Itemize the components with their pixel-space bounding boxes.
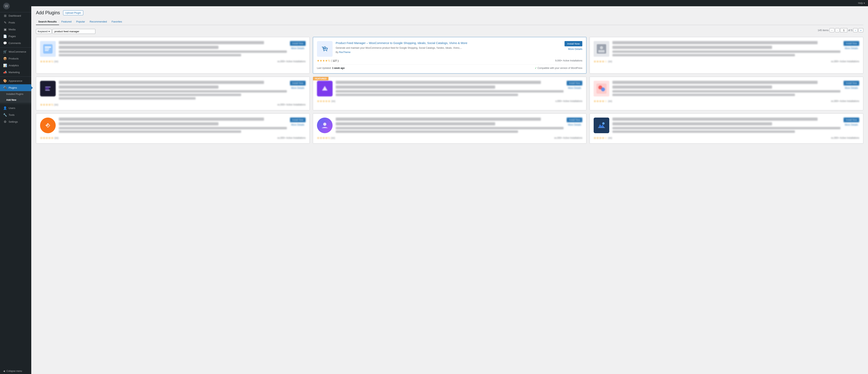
tab-search-results[interactable]: Search Results bbox=[36, 19, 59, 25]
star-icons: ★★★★½ bbox=[317, 136, 331, 140]
svg-point-9 bbox=[600, 46, 603, 49]
marketing-icon: 📣 bbox=[3, 70, 7, 74]
sidebar-item-add-new[interactable]: Add New bbox=[0, 97, 31, 103]
posts-icon: ✎ bbox=[3, 21, 7, 25]
search-input[interactable] bbox=[52, 29, 95, 34]
svg-point-5 bbox=[323, 51, 324, 51]
install-area: Install Now More Details bbox=[844, 41, 859, 50]
sidebar-item-media[interactable]: ▣ Media bbox=[0, 26, 31, 33]
plugin-ratings-row: ★★★★★ (xx) xx,000+ Active Installations bbox=[40, 136, 306, 140]
search-area: Keyword ▾ bbox=[36, 29, 95, 34]
upload-plugin-button[interactable]: Upload Plugin bbox=[63, 10, 83, 15]
star-icons: ★★★★☆ bbox=[594, 136, 607, 140]
star-icons: ★★★★★ bbox=[40, 136, 54, 140]
sidebar-item-label: Installed Plugins bbox=[6, 93, 28, 95]
page-title: Add Plugins bbox=[36, 10, 60, 16]
install-area: Install Now More Details bbox=[844, 81, 859, 89]
plugin-stars: ★★★★☆ (xx) bbox=[594, 99, 612, 103]
star-count-close: ) bbox=[338, 59, 338, 62]
pagination-total-pages: 5 bbox=[851, 29, 852, 32]
svg-rect-2 bbox=[45, 49, 50, 49]
sidebar-item-marketing[interactable]: 📣 Marketing bbox=[0, 69, 31, 76]
woocommerce-icon: 🛒 bbox=[3, 50, 7, 54]
tab-popular[interactable]: Popular bbox=[74, 19, 87, 25]
pagination-total: 145 items bbox=[817, 29, 829, 32]
install-area: Install Now More Details bbox=[290, 118, 306, 126]
collapse-menu[interactable]: ◀ Collapse menu bbox=[0, 368, 31, 374]
appearance-icon: 🎨 bbox=[3, 79, 7, 83]
sidebar-item-label: Pages bbox=[9, 35, 28, 38]
install-now-button[interactable]: Install Now bbox=[564, 41, 583, 46]
plugin-info bbox=[59, 41, 287, 58]
svg-point-22 bbox=[323, 123, 326, 126]
tab-favorites[interactable]: Favorites bbox=[109, 19, 124, 25]
plugin-icon bbox=[594, 118, 609, 133]
pagination-prev[interactable]: ‹ bbox=[835, 28, 839, 32]
sidebar-item-settings[interactable]: ⚙ Settings bbox=[0, 118, 31, 125]
plugin-name-blurred bbox=[59, 41, 264, 44]
pagination-next[interactable]: › bbox=[853, 28, 858, 32]
main-content: Help ▾ Add Plugins Upload Plugin Search … bbox=[31, 0, 868, 374]
dark-blue-icon bbox=[594, 118, 609, 133]
sidebar-item-tools[interactable]: 🔧 Tools bbox=[0, 112, 31, 118]
sidebar-item-woocommerce[interactable]: 🛒 WooCommerce bbox=[0, 48, 31, 55]
plugin-name-blurred bbox=[59, 118, 264, 121]
collapse-icon: ◀ bbox=[3, 370, 5, 372]
plugin-name[interactable]: Product Feed Manager – WooCommerce to Go… bbox=[336, 41, 560, 45]
sidebar-item-posts[interactable]: ✎ Posts bbox=[0, 19, 31, 26]
sidebar-item-label: Analytics bbox=[9, 64, 28, 67]
last-updated: Last Updated: 1 week ago bbox=[317, 67, 345, 69]
sidebar-item-plugins[interactable]: 🔌 Plugins bbox=[0, 84, 31, 91]
sidebar-divider-1 bbox=[0, 47, 31, 48]
plugin-author: By RexTheme bbox=[336, 51, 560, 54]
sidebar-item-products[interactable]: 📦 Products bbox=[0, 55, 31, 62]
sidebar-item-label: Products bbox=[9, 57, 28, 60]
plugin-card: FEATURED Install Now bbox=[313, 77, 587, 110]
plugin-description: Generate and maintain your WooCommerce p… bbox=[336, 46, 560, 50]
media-icon: ▣ bbox=[3, 28, 7, 31]
pagination-current-page[interactable] bbox=[840, 28, 847, 32]
keyword-select[interactable]: Keyword ▾ bbox=[36, 29, 52, 34]
pagination-first[interactable]: « bbox=[830, 28, 834, 32]
plugin-name-blurred bbox=[59, 85, 218, 89]
tab-featured[interactable]: Featured bbox=[59, 19, 74, 25]
plugin-card: Install Now More Details ★★★★½ (xx) xx,0… bbox=[36, 77, 310, 110]
plugin-cart-icon bbox=[317, 41, 333, 57]
star-count: (xx) bbox=[608, 100, 612, 103]
plugin-installs: 9,000+ Active Installations bbox=[555, 59, 582, 62]
star-count: (xx) bbox=[608, 60, 612, 63]
sidebar-item-label: WooCommerce bbox=[9, 50, 28, 53]
plugin-name-blurred bbox=[612, 118, 817, 121]
plugin-icon bbox=[317, 118, 333, 133]
plugin-stars: ★★★★½ (xx) bbox=[40, 103, 58, 106]
sidebar-item-label: Marketing bbox=[9, 71, 28, 74]
collapse-label: Collapse menu bbox=[6, 370, 22, 372]
pagination-last[interactable]: » bbox=[859, 28, 863, 32]
plugin-ratings-row: ★★★★½ (xx) xx,000+ Active Installations bbox=[317, 136, 583, 140]
blurred-desc bbox=[612, 90, 840, 92]
sidebar: W ⊞ Dashboard ✎ Posts ▣ Media 📄 Pages 💬 … bbox=[0, 0, 31, 374]
sidebar-item-comments[interactable]: 💬 Comments bbox=[0, 40, 31, 47]
tab-recommended[interactable]: Recommended bbox=[87, 19, 109, 25]
blurred-desc bbox=[59, 51, 287, 53]
compatible-label: Compatible bbox=[537, 67, 549, 69]
plugin-card: Install Now More Details ★★★★☆ (xx) xx,0… bbox=[590, 37, 863, 74]
more-details-link[interactable]: More Details bbox=[568, 48, 582, 51]
pagination-row: 145 items « ‹ of 5 › » bbox=[817, 28, 863, 32]
sidebar-item-appearance[interactable]: 🎨 Appearance bbox=[0, 78, 31, 84]
plugin-card-header: Install Now More Details bbox=[40, 81, 306, 101]
sidebar-item-pages[interactable]: 📄 Pages bbox=[0, 33, 31, 40]
plugin-stars: ★★★★½ (xx) bbox=[40, 60, 58, 63]
blurred-desc bbox=[59, 90, 287, 92]
plugin-installs: xx,000+ Active Installations bbox=[831, 137, 859, 139]
plugin-info bbox=[612, 81, 840, 97]
plugin-author-link[interactable]: RexTheme bbox=[339, 51, 350, 54]
pages-icon: 📄 bbox=[3, 34, 7, 38]
plugin-info bbox=[612, 118, 840, 134]
sidebar-item-installed-plugins[interactable]: Installed Plugins bbox=[0, 91, 31, 97]
sidebar-item-dashboard[interactable]: ⊞ Dashboard bbox=[0, 12, 31, 19]
plugin-name-blurred bbox=[612, 41, 817, 44]
sidebar-item-users[interactable]: 👤 Users bbox=[0, 105, 31, 112]
sidebar-item-analytics[interactable]: 📊 Analytics bbox=[0, 62, 31, 69]
help-button[interactable]: Help ▾ bbox=[858, 2, 865, 4]
